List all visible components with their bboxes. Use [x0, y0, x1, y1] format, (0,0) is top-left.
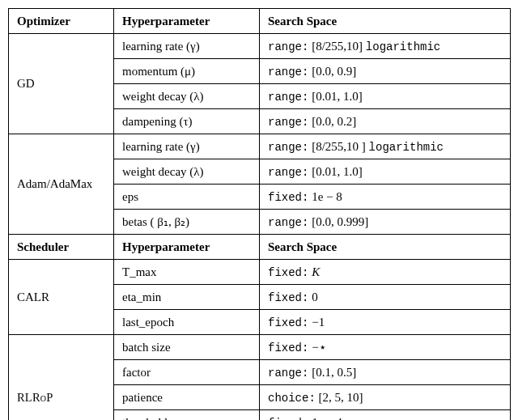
hyperparam-table: Optimizer Hyperparameter Search Space GD… — [8, 8, 511, 420]
header-hyperparameter: Hyperparameter — [114, 235, 260, 260]
scheduler-rlrop: RLRoP — [9, 335, 114, 421]
header-hyperparameter: Hyperparameter — [114, 9, 260, 34]
table-row: RLRoP batch size fixed: −⋆ — [9, 335, 511, 360]
param-cell: dampening (τ) — [114, 109, 260, 134]
space-cell: fixed: −⋆ — [260, 335, 511, 360]
param-cell: last_epoch — [114, 310, 260, 335]
param-cell: T_max — [114, 260, 260, 285]
param-cell: eps — [114, 185, 260, 210]
param-cell: patience — [114, 385, 260, 410]
param-cell: eta_min — [114, 285, 260, 310]
param-cell: weight decay (λ) — [114, 84, 260, 109]
optimizer-gd: GD — [9, 34, 114, 134]
param-cell: learning rate (γ) — [114, 134, 260, 159]
table-row: GD learning rate (γ) range: [8/255,10] l… — [9, 34, 511, 59]
space-cell: fixed: K — [260, 260, 511, 285]
param-cell: momentum (μ) — [114, 59, 260, 84]
space-cell: fixed: 0 — [260, 285, 511, 310]
optimizer-adam: Adam/AdaMax — [9, 134, 114, 235]
space-cell: range: [0.01, 1.0] — [260, 84, 511, 109]
header-search-space: Search Space — [260, 235, 511, 260]
param-cell: factor — [114, 360, 260, 385]
table-header-scheduler: Scheduler Hyperparameter Search Space — [9, 235, 511, 260]
table-row: CALR T_max fixed: K — [9, 260, 511, 285]
param-cell: betas ( β₁, β₂) — [114, 210, 260, 235]
param-cell: learning rate (γ) — [114, 34, 260, 59]
space-cell: range: [8/255,10] logarithmic — [260, 34, 511, 59]
header-optimizer: Optimizer — [9, 9, 114, 34]
space-cell: range: [0.01, 1.0] — [260, 159, 511, 185]
space-cell: range: [0.0, 0.9] — [260, 59, 511, 84]
param-cell: weight decay (λ) — [114, 159, 260, 185]
param-cell: threshold — [114, 410, 260, 421]
space-cell: range: [8/255,10 ] logarithmic — [260, 134, 511, 159]
space-cell: range: [0.1, 0.5] — [260, 360, 511, 385]
space-cell: choice: [2, 5, 10] — [260, 385, 511, 410]
param-cell: batch size — [114, 335, 260, 360]
space-cell: fixed: 1e − 4 — [260, 410, 511, 421]
space-cell: range: [0.0, 0.999] — [260, 210, 511, 235]
space-cell: fixed: −1 — [260, 310, 511, 335]
table-row: Adam/AdaMax learning rate (γ) range: [8/… — [9, 134, 511, 159]
space-cell: fixed: 1e − 8 — [260, 185, 511, 210]
header-search-space: Search Space — [260, 9, 511, 34]
header-scheduler: Scheduler — [9, 235, 114, 260]
table-header-optimizer: Optimizer Hyperparameter Search Space — [9, 9, 511, 34]
space-cell: range: [0.0, 0.2] — [260, 109, 511, 134]
scheduler-calr: CALR — [9, 260, 114, 335]
